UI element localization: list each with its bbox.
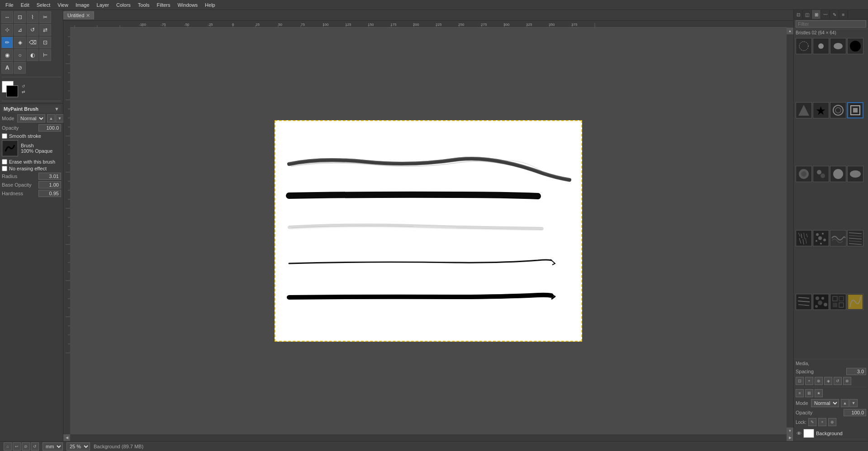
brush-thumbnail[interactable] xyxy=(2,140,18,156)
nav-back-btn[interactable]: ↩ xyxy=(13,442,21,451)
brush-preset-13[interactable] xyxy=(796,230,812,246)
mode-prev-btn[interactable]: ▲ xyxy=(47,114,55,122)
rotate-btn[interactable]: ↺ xyxy=(27,24,38,36)
healing-btn[interactable]: ◉ xyxy=(1,49,13,61)
measure-btn[interactable]: ⊢ xyxy=(39,49,51,61)
lock-pos-btn[interactable]: ⊗ xyxy=(828,418,836,426)
brush-preset-4[interactable] xyxy=(847,38,863,54)
no-erase-checkbox[interactable] xyxy=(2,166,7,171)
layer-mode-select[interactable]: Normal xyxy=(811,399,839,407)
brush-preset-17[interactable] xyxy=(796,294,812,310)
brush-preset-9[interactable] xyxy=(796,166,812,182)
brush-preset-8[interactable] xyxy=(847,102,863,118)
erase-checkbox[interactable] xyxy=(2,159,7,164)
menu-layer[interactable]: Layer xyxy=(93,1,113,9)
swap-colors-icon[interactable]: ⇄ xyxy=(22,89,25,94)
spacing-icon-2[interactable]: + xyxy=(805,377,813,385)
nav-home-btn[interactable]: ⌂ xyxy=(4,442,12,451)
paint-canvas-svg[interactable] xyxy=(275,121,583,343)
mode-select[interactable]: Normal xyxy=(17,114,45,122)
rect-select-btn[interactable]: ⊡ xyxy=(14,11,26,23)
pencil-btn[interactable]: ✏ xyxy=(1,37,13,48)
brush-preset-10[interactable] xyxy=(813,166,829,182)
blur-btn[interactable]: ○ xyxy=(14,49,26,61)
scroll-up-btn[interactable]: ▲ xyxy=(787,28,793,34)
canvas-tab[interactable]: Untitled ✕ xyxy=(63,11,94,19)
text-btn[interactable]: A xyxy=(1,62,13,74)
menu-tools[interactable]: Tools xyxy=(134,1,153,9)
brush-preset-20[interactable] xyxy=(847,294,863,310)
brush-preset-6[interactable]: ★ xyxy=(813,102,829,118)
brush-preset-16[interactable] xyxy=(847,230,863,246)
mode-next-btn[interactable]: ▼ xyxy=(56,114,64,122)
panel-collapse-btn[interactable]: ▼ xyxy=(54,106,59,112)
svg-point-112 xyxy=(823,239,826,241)
menu-help[interactable]: Help xyxy=(201,1,219,9)
menu-file[interactable]: File xyxy=(2,1,17,9)
lock-alpha-btn[interactable]: + xyxy=(818,418,826,426)
smooth-stroke-checkbox[interactable] xyxy=(2,133,7,139)
rpanel-tab-layers[interactable]: ≡ xyxy=(839,10,848,19)
brush-preset-18[interactable] xyxy=(813,294,829,310)
rpanel-tab-dynamics[interactable]: 〰 xyxy=(821,10,830,19)
color-pick-btn[interactable]: ⊘ xyxy=(14,62,26,74)
perspective-btn[interactable]: ⊿ xyxy=(14,24,26,36)
rpanel-tab-brushes[interactable]: ⊡ xyxy=(794,10,803,19)
brush-preset-14[interactable] xyxy=(813,230,829,246)
brush-preset-7[interactable] xyxy=(830,102,846,118)
move-tool-btn[interactable]: ↔ xyxy=(1,11,13,23)
scroll-v-area[interactable] xyxy=(787,34,793,428)
menu-colors[interactable]: Colors xyxy=(113,1,134,9)
fill-btn[interactable]: ◈ xyxy=(14,37,26,48)
menu-filters[interactable]: Filters xyxy=(153,1,174,9)
brush-preset-3[interactable] xyxy=(830,38,846,54)
layer-mode-next[interactable]: ▼ xyxy=(849,399,858,407)
layer-mode-prev[interactable]: ▲ xyxy=(841,399,849,407)
spacing-icon-6[interactable]: ⊕ xyxy=(843,377,851,385)
rpanel-tab-patterns[interactable]: ◫ xyxy=(803,10,812,19)
scissors-btn[interactable]: ✂ xyxy=(39,11,51,23)
tab-close-btn[interactable]: ✕ xyxy=(86,13,90,19)
scroll-left-btn[interactable]: ◀ xyxy=(63,434,70,441)
zoom-select[interactable]: 25 % xyxy=(66,442,90,451)
layer-visibility-icon[interactable]: 👁 xyxy=(797,431,802,436)
dodge-btn[interactable]: ◐ xyxy=(27,49,38,61)
menu-edit[interactable]: Edit xyxy=(17,1,33,9)
scroll-right-btn[interactable]: ▶ xyxy=(787,434,793,441)
spacing-icon-3[interactable]: ⊗ xyxy=(815,377,823,385)
reset-colors-icon[interactable]: ↺ xyxy=(22,84,25,89)
rpanel-tab-presets[interactable]: ⊞ xyxy=(812,10,821,19)
spacing-icon-4[interactable]: ◈ xyxy=(824,377,832,385)
brush-preset-2[interactable] xyxy=(813,38,829,54)
brush-preset-1[interactable] xyxy=(796,38,812,54)
transform-btn[interactable]: ⊹ xyxy=(1,24,13,36)
unit-select[interactable]: mm xyxy=(43,442,63,451)
menu-view[interactable]: View xyxy=(54,1,72,9)
lock-edit-btn[interactable]: ✎ xyxy=(808,418,816,426)
lasso-btn[interactable]: ⌇ xyxy=(27,11,38,23)
scroll-h-area[interactable] xyxy=(70,434,787,441)
scroll-down-btn[interactable]: ▼ xyxy=(787,428,793,434)
nav-refresh-btn[interactable]: ↺ xyxy=(31,442,39,451)
menu-select[interactable]: Select xyxy=(33,1,54,9)
rpanel-tab-edit[interactable]: ✎ xyxy=(830,10,839,19)
brush-preset-11[interactable] xyxy=(830,166,846,182)
flip-btn[interactable]: ⇄ xyxy=(39,24,51,36)
canvas-scroll[interactable] xyxy=(70,28,787,434)
layer-icon-3[interactable]: ★ xyxy=(815,389,823,397)
menu-windows[interactable]: Windows xyxy=(174,1,201,9)
brush-preset-12[interactable] xyxy=(847,166,863,182)
layer-icon-1[interactable]: ≡ xyxy=(796,389,804,397)
spacing-icon-5[interactable]: ↺ xyxy=(834,377,842,385)
brush-filter-input[interactable] xyxy=(796,20,866,28)
menu-image[interactable]: Image xyxy=(72,1,93,9)
layer-icon-2[interactable]: ⊞ xyxy=(805,389,813,397)
nav-stop-btn[interactable]: ⊘ xyxy=(22,442,30,451)
spacing-icon-1[interactable]: ⊡ xyxy=(796,377,804,385)
fg-color-swatch[interactable] xyxy=(6,85,18,97)
brush-preset-15[interactable] xyxy=(830,230,846,246)
brush-preset-5[interactable] xyxy=(796,102,812,118)
clone-btn[interactable]: ⊡ xyxy=(39,37,51,48)
eraser-btn[interactable]: ⌫ xyxy=(27,37,38,48)
brush-preset-19[interactable] xyxy=(830,294,846,310)
